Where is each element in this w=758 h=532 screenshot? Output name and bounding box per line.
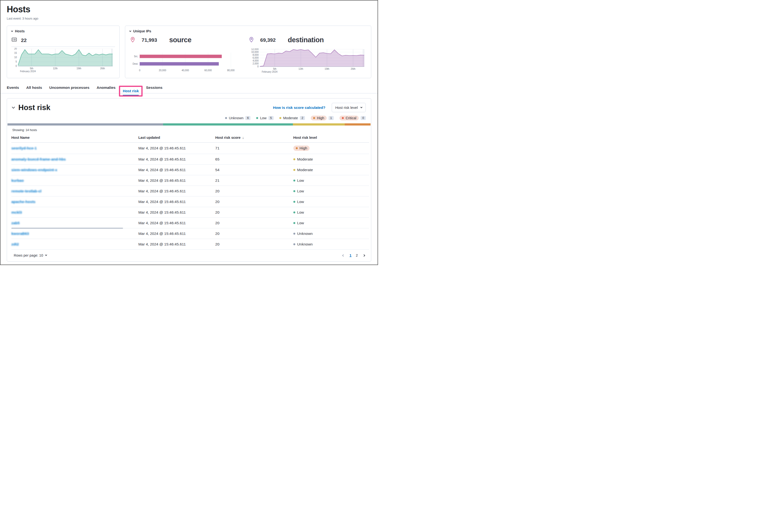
risk-score-help-link[interactable]: How is risk score calculated? [272, 105, 327, 110]
host-risk-level-filter-button[interactable]: Host risk level [332, 103, 366, 112]
host-name-link[interactable]: anomaly-bsecd-frame-and-hbs [11, 157, 66, 161]
source-stat: 71,993 source [129, 36, 248, 44]
legend-item-moderate: Moderate2 [279, 116, 305, 120]
next-page-button[interactable] [362, 253, 366, 258]
tab-events[interactable]: Events [7, 86, 19, 93]
tab-sessions[interactable]: Sessions [146, 86, 162, 93]
legend-dot [313, 117, 315, 119]
svg-text:60,000: 60,000 [204, 69, 212, 72]
tab-host-risk[interactable]: Host risk [123, 89, 139, 95]
legend-count-badge: 5 [268, 116, 274, 120]
risk-level-badge: Moderate [293, 157, 313, 161]
host-name-cell: anomaly-bsecd-frame-and-hbs [11, 154, 138, 165]
risk-level-cell: Low [293, 196, 369, 207]
host-name-cell: seorilyd-hce-1 [11, 143, 138, 154]
table-row: anomaly-bsecd-frame-and-hbsMar 4, 2024 @… [11, 154, 369, 165]
rows-per-page-button[interactable]: Rows per page: 10 [12, 253, 48, 258]
host-name-link[interactable]: kworaB63 [11, 231, 29, 235]
host-risk-controls: How is risk score calculated? Host risk … [272, 103, 366, 112]
legend-count-badge: 0 [361, 116, 366, 120]
host-name-cell: mckl3 [11, 207, 138, 218]
rows-per-page-label: Rows per page: 10 [14, 253, 43, 257]
distribution-segment-low [163, 124, 293, 125]
risk-score-cell: 20 [215, 186, 293, 196]
host-risk-title: Host risk [18, 103, 51, 112]
legend-item-low: Low5 [256, 116, 274, 120]
legend-item-high: High1 [311, 116, 334, 121]
destination-stat: 69,392 destination [248, 36, 367, 44]
level-dot [293, 211, 295, 213]
hosts-panel-title: Hosts [15, 29, 25, 33]
previous-page-button[interactable] [342, 253, 345, 258]
column-header-last-updated[interactable]: Last updated [138, 132, 215, 143]
svg-text:6,000: 6,000 [253, 56, 258, 59]
legend-dot [342, 117, 344, 119]
svg-text:8,000: 8,000 [253, 53, 258, 56]
host-name-link[interactable]: siem-windows-endpoint-x [11, 168, 57, 172]
host-name-cell: kworaB63 [11, 228, 138, 239]
host-name-link[interactable]: remote-testlab-cl [11, 189, 42, 193]
host-name-link[interactable]: seorilyd-hce-1 [11, 146, 37, 150]
svg-text:5th: 5th [273, 68, 276, 70]
svg-text:26th: 26th [351, 68, 355, 70]
last-updated-cell: Mar 4, 2024 @ 15:46:45.611 [138, 175, 215, 186]
page-title: Hosts [7, 4, 371, 15]
svg-text:19th: 19th [325, 68, 329, 70]
legend-count-badge: 1 [328, 116, 334, 120]
svg-text:40,000: 40,000 [182, 69, 189, 72]
risk-score-cell: 20 [215, 239, 293, 250]
host-name-link[interactable]: apache-hosts [11, 199, 35, 204]
svg-text:20: 20 [14, 48, 17, 50]
map-pin-icon [129, 36, 136, 44]
chevron-down-icon [11, 30, 13, 32]
column-header-host-name[interactable]: Host Name [11, 132, 138, 143]
host-name-cell: remote-testlab-cl [11, 186, 138, 196]
table-row: mckl3Mar 4, 2024 @ 15:46:45.61120Low [11, 207, 369, 218]
level-dot [293, 180, 295, 182]
svg-text:0: 0 [139, 69, 140, 72]
kpi-hosts-panel: Hosts 22 051015205th12th19th26thFebruary… [7, 25, 120, 78]
level-dot [293, 243, 295, 245]
column-header-host-risk-score[interactable]: Host risk score↓ [215, 132, 293, 143]
svg-text:80,000: 80,000 [227, 69, 235, 72]
tab-all-hosts[interactable]: All hosts [26, 86, 42, 93]
hosts-panel-header[interactable]: Hosts [11, 29, 115, 33]
host-name-cell: zdt2 [11, 239, 138, 250]
table-row: apache-hostsMar 4, 2024 @ 15:46:45.61120… [11, 196, 369, 207]
svg-text:2,000: 2,000 [253, 62, 258, 65]
host-risk-table-wrap: Host NameLast updatedHost risk score↓Hos… [7, 132, 371, 250]
table-footer: Rows per page: 10 12 [7, 250, 371, 262]
risk-level-badge: Low [293, 178, 304, 183]
svg-text:February 2024: February 2024 [262, 70, 277, 73]
svg-text:19th: 19th [77, 67, 81, 70]
host-name-link[interactable]: mckl3 [11, 210, 22, 214]
host-name-link[interactable]: kurbao [11, 178, 24, 183]
level-dot [293, 169, 295, 171]
level-dot [293, 222, 295, 224]
host-risk-panel: Host risk How is risk score calculated? … [7, 98, 371, 262]
tab-uncommon-processes[interactable]: Uncommon processes [49, 86, 89, 93]
host-name-link[interactable]: zab5 [11, 221, 19, 225]
risk-level-cell: Unknown [293, 239, 369, 250]
host-name-link[interactable]: zdt2 [11, 242, 19, 246]
distribution-segment-unknown [8, 124, 163, 125]
unique-ips-panel-header[interactable]: Unique IPs [129, 29, 367, 33]
unique-ips-stats: 71,993 source 69,392 destination [129, 36, 367, 44]
distribution-segment-high [345, 124, 371, 125]
column-header-host-risk-level[interactable]: Host risk level [293, 132, 369, 143]
last-updated-cell: Mar 4, 2024 @ 15:46:45.611 [138, 165, 215, 175]
chevron-down-icon[interactable] [12, 105, 15, 109]
svg-text:26th: 26th [100, 67, 105, 70]
table-row: kworaB63Mar 4, 2024 @ 15:46:45.61120Unkn… [11, 228, 369, 239]
risk-score-cell: 21 [215, 175, 293, 186]
tab-anomalies[interactable]: Anomalies [97, 86, 116, 93]
page-header: Hosts Last event: 3 hours ago [0, 0, 378, 20]
pagination-pages: 12 [350, 253, 358, 257]
source-count: 71,993 [142, 37, 157, 43]
legend-item-unknown: Unknown6 [225, 116, 251, 120]
page-number-1[interactable]: 1 [350, 253, 352, 257]
ips-bar-chart: 020,00040,00060,00080,000Src.Dest. [129, 51, 239, 73]
page-number-2[interactable]: 2 [356, 253, 358, 257]
destination-count: 69,392 [260, 37, 276, 43]
last-updated-cell: Mar 4, 2024 @ 15:46:45.611 [138, 228, 215, 239]
